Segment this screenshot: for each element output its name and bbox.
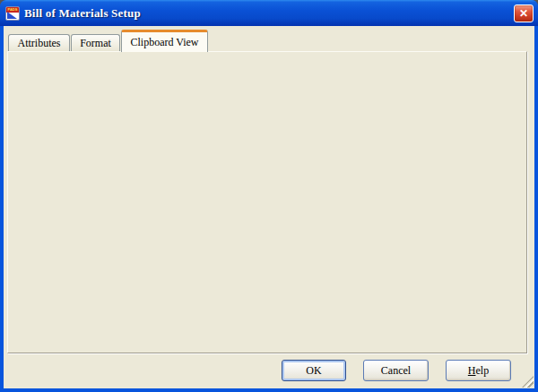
window-title: Bill of Materials Setup bbox=[24, 6, 141, 21]
pads-icon-pen bbox=[7, 12, 17, 19]
title-bar[interactable]: PADS Bill of Materials Setup ✕ bbox=[0, 0, 538, 26]
ok-button[interactable]: OK bbox=[282, 360, 346, 381]
tab-attributes[interactable]: Attributes bbox=[8, 34, 70, 52]
help-button[interactable]: Help bbox=[446, 360, 511, 381]
tab-format[interactable]: Format bbox=[71, 34, 120, 52]
dialog-body: Attributes Format Clipboard View Item Qt… bbox=[4, 26, 534, 388]
tab-clipboard-view[interactable]: Clipboard View bbox=[121, 30, 208, 52]
close-button[interactable]: ✕ bbox=[514, 4, 534, 22]
resize-grip[interactable] bbox=[522, 376, 534, 388]
pads-icon: PADS bbox=[5, 6, 20, 21]
cancel-button[interactable]: Cancel bbox=[363, 360, 429, 381]
tab-page-clipboard-view bbox=[7, 51, 527, 353]
bill-of-materials-dialog: PADS Bill of Materials Setup ✕ Attribute… bbox=[0, 0, 538, 392]
